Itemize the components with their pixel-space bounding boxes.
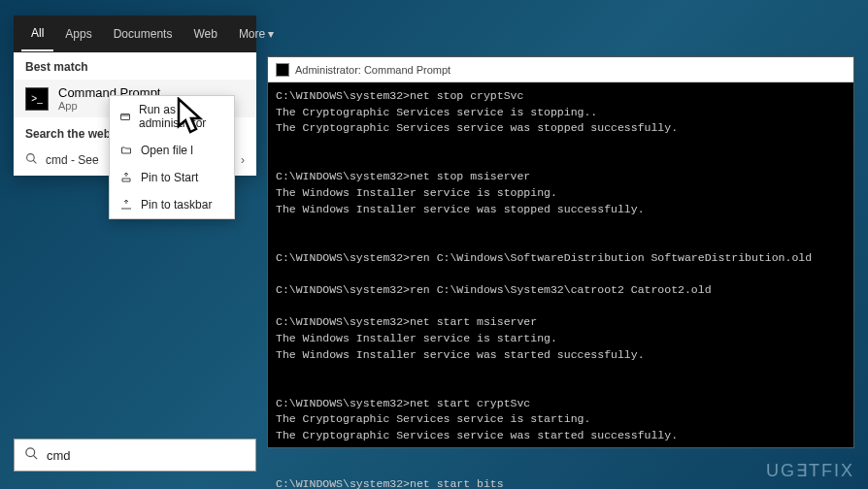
tab-apps[interactable]: Apps xyxy=(55,17,101,50)
search-box[interactable] xyxy=(14,439,256,472)
pin-taskbar-icon xyxy=(119,198,133,212)
menu-label: Pin to taskbar xyxy=(141,198,212,212)
menu-pin-to-taskbar[interactable]: Pin to taskbar xyxy=(110,191,234,218)
cmd-window-icon xyxy=(276,63,289,77)
svg-line-4 xyxy=(33,455,37,459)
cursor-icon xyxy=(175,97,212,140)
best-match-label: Best match xyxy=(14,52,256,80)
cmd-window-title: Administrator: Command Prompt xyxy=(295,64,451,76)
menu-label: Pin to Start xyxy=(141,171,198,184)
command-prompt-icon: >_ xyxy=(25,87,49,111)
search-icon xyxy=(24,446,39,465)
svg-point-0 xyxy=(27,154,35,162)
cmd-body[interactable]: C:\WINDOWS\system32>net stop cryptSvc Th… xyxy=(268,82,853,489)
chevron-right-icon: › xyxy=(241,153,245,167)
cmd-titlebar[interactable]: Administrator: Command Prompt xyxy=(268,57,853,82)
chevron-down-icon: ▾ xyxy=(268,27,274,41)
watermark: UG∃TFIX xyxy=(766,460,854,481)
tab-more-label: More xyxy=(239,27,265,41)
svg-point-3 xyxy=(26,447,35,456)
tab-web[interactable]: Web xyxy=(184,17,226,50)
search-input[interactable] xyxy=(47,448,246,463)
menu-pin-to-start[interactable]: Pin to Start xyxy=(110,164,234,191)
menu-label: Open file l xyxy=(141,144,193,157)
tab-documents[interactable]: Documents xyxy=(104,17,183,50)
context-menu: Run as administrator Open file l Pin to … xyxy=(109,95,235,219)
tab-all[interactable]: All xyxy=(21,16,53,51)
pin-start-icon xyxy=(119,171,133,184)
svg-line-1 xyxy=(33,160,36,163)
folder-icon xyxy=(119,144,133,157)
tab-more[interactable]: More ▾ xyxy=(229,17,284,50)
menu-run-as-administrator[interactable]: Run as administrator xyxy=(110,96,234,137)
shield-admin-icon xyxy=(119,110,131,123)
search-tabs: All Apps Documents Web More ▾ xyxy=(14,16,256,52)
search-icon xyxy=(25,152,38,168)
menu-open-file-location[interactable]: Open file l xyxy=(110,137,234,164)
web-result-text: cmd - See xyxy=(46,153,99,167)
command-prompt-window: Administrator: Command Prompt C:\WINDOWS… xyxy=(267,56,854,448)
svg-rect-2 xyxy=(121,114,130,120)
